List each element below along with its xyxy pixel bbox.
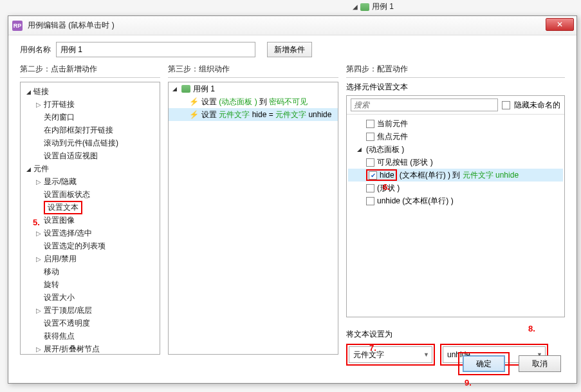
tree-expand-icon: ◢ [353,3,358,10]
expand-down-icon [24,165,32,173]
checkbox[interactable] [366,158,374,167]
tree-item[interactable]: 移动 [22,265,158,278]
tree-item[interactable]: 关闭窗口 [22,111,158,124]
search-row: 隐藏未命名的 [347,96,564,115]
expand-right-icon [35,307,42,314]
widget-selector: 隐藏未命名的 当前元件 焦点元件 ◢(动态面板 ) 可见按钮 (形状 ) ✔ h… [346,95,565,317]
bolt-icon: ⚡ [189,97,199,106]
dialog-buttons: 确定 取消 [458,352,561,375]
usecase-icon [181,85,190,93]
highlight-box: 确定 [458,352,510,375]
checkbox[interactable] [366,133,374,141]
case-row[interactable]: ◢ 用例 1 [169,82,338,95]
tree-item[interactable]: 设置图像 [22,214,158,227]
action-text: 设置 元件文字 hide = 元件文字 unhide [201,109,331,120]
tree-item[interactable]: 设置自适应视图 [22,149,158,162]
top-row: 用例名称 新增条件 [8,35,576,64]
highlight-box: 元件文字 ▼ [346,344,435,366]
bolt-icon: ⚡ [189,110,199,119]
tree-item[interactable]: 滚动到元件(锚点链接) [22,136,158,149]
widget-item-shape[interactable]: (形状 ) [348,182,563,194]
annotation-6: 6. [383,182,390,192]
case-label: 用例 1 [193,84,215,95]
action-text: 设置 (动态面板 ) 到 密码不可见 [201,97,308,107]
expand-right-icon [35,230,42,237]
expand-down-icon: ◢ [357,146,364,153]
step3-heading: 第三步：组织动作 [168,64,338,78]
action-row-selected[interactable]: ⚡ 设置 元件文字 hide = 元件文字 unhide [169,108,338,121]
select-widget-label: 选择元件设置文本 [346,82,565,93]
widget-item-visible-btn[interactable]: 可见按钮 (形状 ) [348,156,563,169]
tree-item[interactable]: 展开/折叠树节点 [22,342,158,355]
action-row[interactable]: ⚡ 设置 (动态面板 ) 到 密码不可见 [169,95,338,108]
widget-item-unhide[interactable]: unhide (文本框(单行) ) [348,194,563,207]
widget-tree[interactable]: 当前元件 焦点元件 ◢(动态面板 ) 可见按钮 (形状 ) ✔ hide (文本… [347,115,564,317]
expand-down-icon: ◢ [172,86,179,92]
tree-item[interactable]: 设置大小 [22,291,158,304]
combo-value: 元件文字 [353,350,384,360]
checkbox-checked[interactable]: ✔ [369,171,377,180]
widget-item-panel[interactable]: ◢(动态面板 ) [348,143,563,156]
background-usecase-item: ◢ 用例 1 [353,1,394,12]
checkbox[interactable] [366,184,374,192]
tree-item[interactable]: 在内部框架打开链接 [22,124,158,136]
annotation-9: 9. [465,378,472,387]
case-actions-box: ◢ 用例 1 ⚡ 设置 (动态面板 ) 到 密码不可见 ⚡ 设置 元件文字 hi… [168,82,338,355]
step2-column: 第二步：点击新增动作 链接 打开链接 关闭窗口 在内部框架打开链接 滚动到元件(… [20,64,160,347]
tree-item[interactable]: 启用/禁用 [22,252,158,265]
text-type-dropdown[interactable]: 元件文字 ▼ [349,346,432,363]
step2-heading: 第二步：点击新增动作 [20,64,160,78]
expand-right-icon [35,256,42,263]
highlight-box: ✔ hide [366,169,397,181]
checkbox[interactable] [366,197,374,205]
cancel-button[interactable]: 取消 [519,355,561,372]
tree-item-set-text[interactable]: 设置文本 [22,201,158,214]
annotation-7: 7. [369,343,376,353]
tree-item[interactable]: 显示/隐藏 [22,175,158,188]
annotation-5: 5. [33,218,40,227]
hide-unnamed-checkbox[interactable] [502,101,510,109]
widget-item-hide[interactable]: ✔ hide (文本框(单行) ) 到 元件文字 unhide [348,169,563,182]
tree-item[interactable]: 设置不透明度 [22,317,158,330]
tree-item[interactable]: 打开链接 [22,98,158,111]
search-input[interactable] [351,98,498,111]
case-editor-dialog: RP 用例编辑器 (鼠标单击时 ) ✕ 用例名称 新增条件 第二步：点击新增动作… [8,15,577,384]
widget-item-focus[interactable]: 焦点元件 [348,130,563,143]
case-name-label: 用例名称 [20,44,51,55]
tree-category-link[interactable]: 链接 [22,85,158,98]
checkbox[interactable] [366,120,374,128]
app-icon: RP [12,21,23,31]
close-button[interactable]: ✕ [546,18,574,31]
dialog-titlebar[interactable]: RP 用例编辑器 (鼠标单击时 ) ✕ [8,16,576,35]
expand-right-icon [35,346,42,353]
tree-item[interactable]: 获得焦点 [22,330,158,342]
expand-down-icon [24,88,32,95]
tree-category-widget[interactable]: 元件 [22,162,158,175]
tree-item[interactable]: 设置选择/选中 [22,227,158,239]
step4-column: 第四步：配置动作 选择元件设置文本 隐藏未命名的 当前元件 焦点元件 ◢(动态面… [346,64,565,347]
tree-item[interactable]: 置于顶层/底层 [22,304,158,317]
tree-item[interactable]: 设置面板状态 [22,188,158,201]
usecase-icon [360,3,369,11]
dialog-title: 用例编辑器 (鼠标单击时 ) [28,20,115,31]
close-icon: ✕ [557,20,563,29]
actions-tree[interactable]: 链接 打开链接 关闭窗口 在内部框架打开链接 滚动到元件(锚点链接) 设置自适应… [20,82,160,355]
add-condition-button[interactable]: 新增条件 [267,42,312,57]
tree-item[interactable]: 旋转 [22,278,158,291]
bg-usecase-label: 用例 1 [372,1,394,12]
annotation-8: 8. [528,324,535,333]
tree-item[interactable]: 设置选定的列表项 [22,239,158,252]
expand-right-icon [35,178,42,185]
expand-right-icon [35,101,42,108]
case-name-input[interactable] [56,42,255,57]
chevron-down-icon: ▼ [423,351,429,358]
hide-unnamed-label: 隐藏未命名的 [514,100,560,111]
ok-button[interactable]: 确定 [463,355,505,372]
widget-item-current[interactable]: 当前元件 [348,117,563,130]
step4-heading: 第四步：配置动作 [346,64,565,78]
step3-column: 第三步：组织动作 ◢ 用例 1 ⚡ 设置 (动态面板 ) 到 密码不可见 ⚡ 设… [168,64,338,347]
